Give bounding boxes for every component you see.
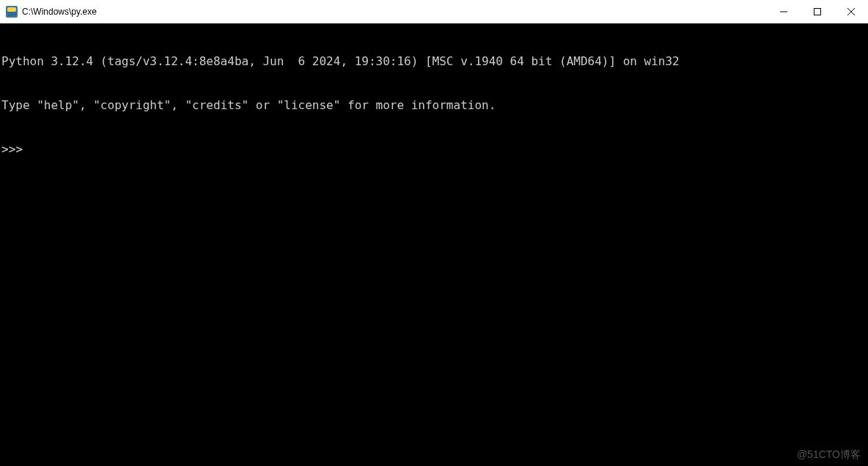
terminal-output-line: Type "help", "copyright", "credits" or "…	[1, 98, 868, 113]
svg-rect-2	[7, 12, 16, 16]
terminal-prompt: >>>	[1, 142, 868, 157]
terminal-output-line: Python 3.12.4 (tags/v3.12.4:8e8a4ba, Jun…	[1, 54, 868, 69]
watermark-text: @51CTO博客	[797, 447, 861, 462]
title-bar: C:\Windows\py.exe	[0, 0, 868, 23]
svg-rect-1	[7, 7, 16, 12]
window-title: C:\Windows\py.exe	[22, 7, 97, 17]
minimize-button[interactable]	[767, 0, 801, 23]
svg-rect-4	[814, 9, 821, 15]
title-bar-left: C:\Windows\py.exe	[0, 6, 767, 18]
app-icon	[6, 6, 18, 18]
close-button[interactable]	[834, 0, 868, 23]
terminal-area[interactable]: Python 3.12.4 (tags/v3.12.4:8e8a4ba, Jun…	[0, 23, 868, 466]
maximize-button[interactable]	[801, 0, 834, 23]
window-controls	[767, 0, 868, 23]
